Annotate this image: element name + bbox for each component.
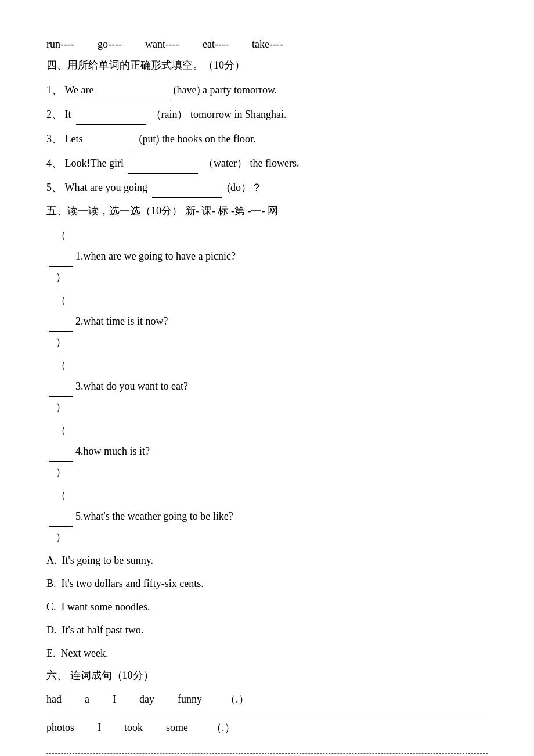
sentence-construct-1: had a I day funny （.） <box>46 690 488 712</box>
word-eat: eat---- <box>203 35 229 53</box>
exercise-4-2: 2、 It （rain） tomorrow in Shanghai. <box>46 104 488 125</box>
blank-4-2[interactable] <box>76 124 146 125</box>
word-bank: run---- go---- want---- eat---- take---- <box>46 35 488 53</box>
answer-5-4[interactable] <box>49 461 73 462</box>
answer-5-3[interactable] <box>49 396 73 397</box>
answer-A: A. It's going to be sunny. <box>46 550 488 571</box>
answer-5-1[interactable] <box>49 266 73 267</box>
exercise-4-4: 4、 Look!The girl （water） the flowers. <box>46 153 488 174</box>
answer-E: E. Next week. <box>46 643 488 664</box>
word-take: take---- <box>252 35 283 53</box>
answer-C: C. I want some noodles. <box>46 596 488 617</box>
blank-4-5[interactable] <box>152 197 222 198</box>
choice-5-2: （） 2.what time is it now? <box>46 290 488 352</box>
section4-title: 四、用所给单词的正确形式填空。（10分） <box>46 56 488 74</box>
section5-title: 五、读一读，选一选（10分） 新- 课- 标 -第 -一- 网 <box>46 201 488 220</box>
answer-D: D. It's at half past two. <box>46 620 488 640</box>
choice-5-4: （） 4.how much is it? <box>46 420 488 483</box>
answer-5-5[interactable] <box>49 526 73 527</box>
sentence-construct-2: photos I took some （.） <box>46 718 488 754</box>
divider-1 <box>46 712 488 712</box>
word-run: run---- <box>46 35 74 53</box>
answer-5-2[interactable] <box>49 331 73 332</box>
exercise-4-3: 3、 Lets (put) the books on the floor. <box>46 128 488 149</box>
choice-5-3: （） 3.what do you want to eat? <box>46 355 488 417</box>
choice-5-5: （） 5.what's the weather going to be like… <box>46 485 488 548</box>
section6-title: 六、 连词成句（10分） <box>46 666 488 685</box>
divider-2 <box>46 753 488 754</box>
exercise-4-1: 1、 We are (have) a party tomorrow. <box>46 80 488 100</box>
blank-4-4[interactable] <box>128 173 198 174</box>
blank-4-1[interactable] <box>99 100 168 100</box>
choice-5-1: （） 1.when are we going to have a picnic? <box>46 225 488 287</box>
word-want: want---- <box>145 35 179 53</box>
answer-B: B. It's two dollars and fifty-six cents. <box>46 573 488 594</box>
blank-4-3[interactable] <box>88 149 134 149</box>
exercise-4-5: 5、 What are you going (do）？ <box>46 177 488 198</box>
word-go: go---- <box>98 35 122 53</box>
